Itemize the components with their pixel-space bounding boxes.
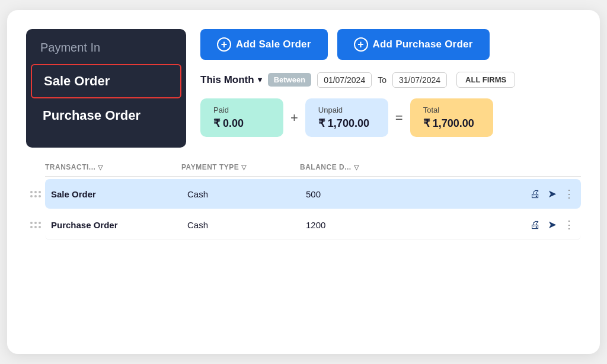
equals-symbol: = xyxy=(395,110,403,126)
main-card: Payment In Sale Order Purchase Order + A… xyxy=(7,10,600,354)
top-section: Payment In Sale Order Purchase Order + A… xyxy=(26,29,581,148)
total-label: Total xyxy=(423,106,480,114)
unpaid-value: ₹ 1,700.00 xyxy=(318,117,375,130)
th-transaction: TRANSACTI... ▽ xyxy=(45,163,181,171)
print-icon-row1[interactable]: 🖨 xyxy=(530,188,541,200)
button-row: + Add Sale Order + Add Purchase Order xyxy=(200,29,581,60)
filter-payment-icon[interactable]: ▽ xyxy=(241,164,247,171)
add-purchase-order-icon: + xyxy=(354,37,368,52)
sidebar-item-purchase-order[interactable]: Purchase Order xyxy=(31,100,181,132)
th-balance: BALANCE D... ▽ xyxy=(300,163,418,171)
sidebar-item-sale-order[interactable]: Sale Order xyxy=(31,64,181,98)
all-firms-button[interactable]: ALL FIRMS xyxy=(456,72,515,88)
filter-transaction-icon[interactable]: ▽ xyxy=(98,164,103,171)
to-label: To xyxy=(378,75,386,85)
add-sale-order-button[interactable]: + Add Sale Order xyxy=(200,29,328,60)
filter-row: This Month ▾ Between 01/07/2024 To 31/07… xyxy=(200,72,581,88)
dots-grid-1 xyxy=(30,191,41,197)
paid-label: Paid xyxy=(213,106,270,114)
dots-grid-2 xyxy=(30,222,41,228)
chevron-down-icon: ▾ xyxy=(258,75,262,84)
summary-row: Paid ₹ 0.00 + Unpaid ₹ 1,700.00 = Total … xyxy=(200,98,581,137)
sidebar-title: Payment In xyxy=(26,29,186,63)
date-from[interactable]: 01/07/2024 xyxy=(317,72,372,88)
table-row-2[interactable]: Purchase Order Cash 1200 🖨 ➤ ⋮ xyxy=(45,210,581,240)
between-badge: Between xyxy=(268,73,311,87)
paid-value: ₹ 0.00 xyxy=(213,117,270,130)
th-payment-type: PAYMENT TYPE ▽ xyxy=(181,163,300,171)
month-filter-button[interactable]: This Month ▾ xyxy=(200,74,262,86)
row1-actions: 🖨 ➤ ⋮ xyxy=(424,187,575,200)
more-icon-row1[interactable]: ⋮ xyxy=(564,187,575,200)
more-icon-row2[interactable]: ⋮ xyxy=(564,218,575,231)
print-icon-row2[interactable]: 🖨 xyxy=(530,219,541,231)
add-sale-order-icon: + xyxy=(217,37,231,52)
row2-actions: 🖨 ➤ ⋮ xyxy=(424,218,575,231)
table-row-1[interactable]: Sale Order Cash 500 🖨 ➤ ⋮ xyxy=(45,179,581,209)
row2-transaction: Purchase Order xyxy=(51,220,187,230)
unpaid-label: Unpaid xyxy=(318,106,375,114)
table-row-1-wrap: Sale Order Cash 500 🖨 ➤ ⋮ xyxy=(26,179,581,209)
th-actions xyxy=(418,163,581,171)
drag-handle-2[interactable] xyxy=(26,216,45,234)
add-purchase-order-button[interactable]: + Add Purchase Order xyxy=(337,29,490,60)
drag-handle-1[interactable] xyxy=(26,185,45,203)
filter-balance-icon[interactable]: ▽ xyxy=(354,164,359,171)
sidebar-menu: Payment In Sale Order Purchase Order xyxy=(26,29,186,148)
row2-payment-type: Cash xyxy=(187,220,306,230)
table-header: TRANSACTI... ▽ PAYMENT TYPE ▽ BALANCE D.… xyxy=(45,163,581,177)
date-to[interactable]: 31/07/2024 xyxy=(392,72,447,88)
plus-symbol: + xyxy=(290,110,298,126)
share-icon-row1[interactable]: ➤ xyxy=(548,187,557,200)
right-section: + Add Sale Order + Add Purchase Order Th… xyxy=(200,29,581,137)
unpaid-card: Unpaid ₹ 1,700.00 xyxy=(305,98,388,137)
total-value: ₹ 1,700.00 xyxy=(423,117,480,130)
table-section: TRANSACTI... ▽ PAYMENT TYPE ▽ BALANCE D.… xyxy=(26,163,581,240)
share-icon-row2[interactable]: ➤ xyxy=(548,218,557,231)
row1-balance: 500 xyxy=(306,189,424,199)
full-table: TRANSACTI... ▽ PAYMENT TYPE ▽ BALANCE D.… xyxy=(26,163,581,240)
row1-transaction: Sale Order xyxy=(51,189,187,199)
row1-payment-type: Cash xyxy=(187,189,306,199)
row2-balance: 1200 xyxy=(306,220,424,230)
table-row-2-wrap: Purchase Order Cash 1200 🖨 ➤ ⋮ xyxy=(26,210,581,240)
total-card: Total ₹ 1,700.00 xyxy=(410,98,493,137)
paid-card: Paid ₹ 0.00 xyxy=(200,98,283,137)
